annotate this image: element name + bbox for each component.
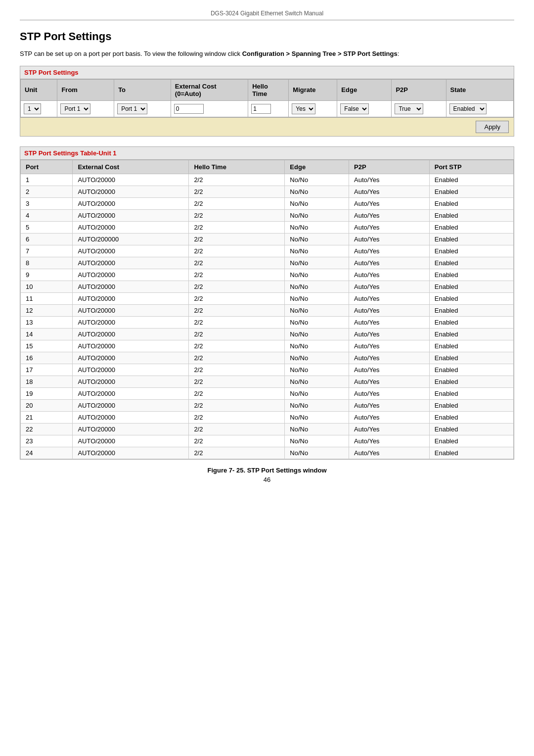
table-row: 17AUTO/200002/2No/NoAuto/YesEnabled (21, 364, 514, 376)
th-ext-cost: External Cost (73, 160, 189, 174)
apply-button[interactable]: Apply (476, 121, 509, 133)
apply-row: Apply (20, 117, 514, 136)
cell-port_stp: Enabled (429, 435, 513, 447)
state-cell: Enabled Disabled (446, 100, 514, 117)
stp-form-table: Unit From To External Cost(0=Auto) Hello… (20, 79, 514, 117)
table-row: 5AUTO/200002/2No/NoAuto/YesEnabled (21, 221, 514, 233)
cell-port_stp: Enabled (429, 376, 513, 387)
cell-port: 19 (21, 387, 73, 399)
cell-edge: No/No (285, 411, 349, 423)
unit-cell: 1 (21, 100, 57, 117)
p2p-select[interactable]: True Auto False (395, 103, 423, 114)
from-select[interactable]: Port 1 (60, 103, 90, 114)
ext-cost-input[interactable] (174, 104, 204, 114)
cell-ext_cost: AUTO/20000 (73, 269, 189, 281)
cell-hello_time: 2/2 (189, 257, 285, 269)
cell-edge: No/No (285, 376, 349, 387)
cell-hello_time: 2/2 (189, 233, 285, 245)
cell-p2p: Auto/Yes (349, 304, 430, 316)
cell-port: 18 (21, 376, 73, 387)
cell-hello_time: 2/2 (189, 387, 285, 399)
cell-ext_cost: AUTO/20000 (73, 376, 189, 387)
migrate-select[interactable]: Yes No (292, 103, 315, 114)
cell-edge: No/No (285, 281, 349, 292)
cell-port_stp: Enabled (429, 233, 513, 245)
cell-hello_time: 2/2 (189, 340, 285, 352)
cell-hello_time: 2/2 (189, 352, 285, 364)
cell-ext_cost: AUTO/20000 (73, 423, 189, 435)
cell-port_stp: Enabled (429, 245, 513, 257)
cell-hello_time: 2/2 (189, 411, 285, 423)
cell-edge: No/No (285, 423, 349, 435)
cell-ext_cost: AUTO/20000 (73, 316, 189, 328)
cell-port_stp: Enabled (429, 399, 513, 411)
to-select[interactable]: Port 1 (117, 103, 147, 114)
col-p2p: P2P (392, 79, 446, 100)
cell-port: 23 (21, 435, 73, 447)
table-row: 16AUTO/200002/2No/NoAuto/YesEnabled (21, 352, 514, 364)
cell-port: 20 (21, 399, 73, 411)
p2p-cell: True Auto False (392, 100, 446, 117)
cell-hello_time: 2/2 (189, 376, 285, 387)
cell-hello_time: 2/2 (189, 304, 285, 316)
stp-data-header: STP Port Settings Table-Unit 1 (20, 147, 514, 160)
cell-ext_cost: AUTO/20000 (73, 304, 189, 316)
cell-port_stp: Enabled (429, 281, 513, 292)
cell-port_stp: Enabled (429, 340, 513, 352)
cell-port_stp: Enabled (429, 387, 513, 399)
hello-time-input[interactable] (251, 104, 271, 114)
cell-hello_time: 2/2 (189, 447, 285, 459)
cell-p2p: Auto/Yes (349, 269, 430, 281)
table-row: 3AUTO/200002/2No/NoAuto/YesEnabled (21, 197, 514, 209)
cell-hello_time: 2/2 (189, 364, 285, 376)
cell-port: 10 (21, 281, 73, 292)
cell-edge: No/No (285, 340, 349, 352)
edge-select[interactable]: False True (340, 103, 369, 114)
cell-ext_cost: AUTO/20000 (73, 447, 189, 459)
col-state: State (446, 79, 514, 100)
table-row: 2AUTO/200002/2No/NoAuto/YesEnabled (21, 186, 514, 197)
stp-form-header: STP Port Settings (20, 66, 514, 79)
col-migrate: Migrate (289, 79, 337, 100)
cell-p2p: Auto/Yes (349, 340, 430, 352)
cell-edge: No/No (285, 387, 349, 399)
cell-hello_time: 2/2 (189, 245, 285, 257)
cell-port_stp: Enabled (429, 292, 513, 304)
unit-select[interactable]: 1 (24, 103, 41, 114)
cell-hello_time: 2/2 (189, 399, 285, 411)
cell-port: 4 (21, 209, 73, 221)
cell-edge: No/No (285, 197, 349, 209)
state-select[interactable]: Enabled Disabled (449, 103, 487, 114)
th-edge: Edge (285, 160, 349, 174)
cell-ext_cost: AUTO/20000 (73, 328, 189, 340)
cell-hello_time: 2/2 (189, 316, 285, 328)
table-row: 12AUTO/200002/2No/NoAuto/YesEnabled (21, 304, 514, 316)
cell-port: 14 (21, 328, 73, 340)
ext-cost-cell (171, 100, 248, 117)
intro-text: STP can be set up on a port per port bas… (20, 49, 514, 59)
cell-port_stp: Enabled (429, 411, 513, 423)
th-hello-time: Hello Time (189, 160, 285, 174)
cell-ext_cost: AUTO/20000 (73, 399, 189, 411)
table-row: 11AUTO/200002/2No/NoAuto/YesEnabled (21, 292, 514, 304)
cell-port_stp: Enabled (429, 447, 513, 459)
cell-hello_time: 2/2 (189, 174, 285, 186)
cell-port: 1 (21, 174, 73, 186)
page-title: STP Port Settings (20, 30, 514, 43)
cell-ext_cost: AUTO/20000 (73, 340, 189, 352)
figure-caption: Figure 7- 25. STP Port Settings window (20, 467, 514, 474)
cell-edge: No/No (285, 186, 349, 197)
table-row: 18AUTO/200002/2No/NoAuto/YesEnabled (21, 376, 514, 387)
cell-p2p: Auto/Yes (349, 387, 430, 399)
table-row: 4AUTO/200002/2No/NoAuto/YesEnabled (21, 209, 514, 221)
cell-port: 3 (21, 197, 73, 209)
cell-hello_time: 2/2 (189, 197, 285, 209)
cell-p2p: Auto/Yes (349, 245, 430, 257)
stp-data-box: STP Port Settings Table-Unit 1 Port Exte… (20, 146, 514, 460)
stp-data-table: Port External Cost Hello Time Edge P2P P… (20, 160, 514, 459)
cell-p2p: Auto/Yes (349, 399, 430, 411)
cell-port_stp: Enabled (429, 174, 513, 186)
cell-ext_cost: AUTO/20000 (73, 197, 189, 209)
cell-port: 8 (21, 257, 73, 269)
cell-edge: No/No (285, 435, 349, 447)
